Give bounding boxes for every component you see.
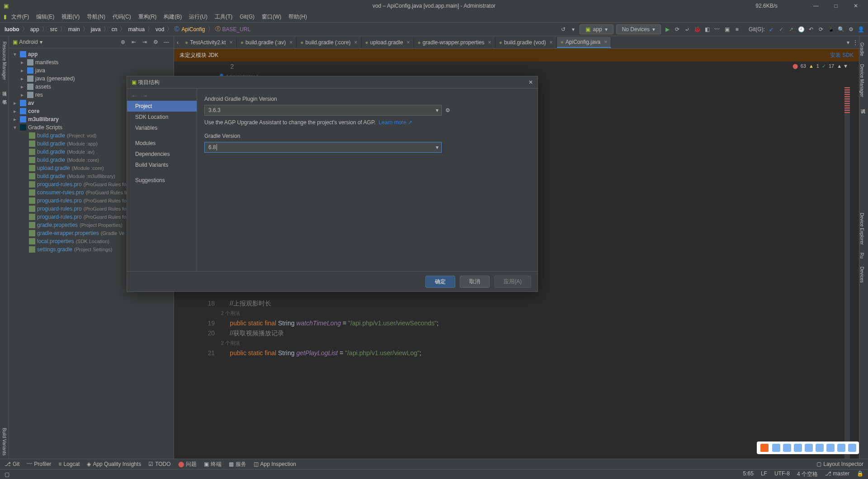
bottom-git[interactable]: ⎇ Git xyxy=(5,461,19,467)
nav-forward-icon[interactable]: → xyxy=(142,93,148,99)
apply-button[interactable]: 应用(A) xyxy=(494,276,531,288)
bottom-inspection[interactable]: ◫ App Inspection xyxy=(254,461,296,467)
nav-build-variants[interactable]: Build Variants xyxy=(127,160,197,170)
status-lineending[interactable]: LF xyxy=(761,470,767,478)
status-encoding[interactable]: UTF-8 xyxy=(774,470,790,478)
close-dialog-button[interactable]: ✕ xyxy=(528,79,533,85)
agp-version-label: Android Gradle Plugin Version xyxy=(204,96,530,102)
learn-more-link[interactable]: Learn more ↗ xyxy=(378,119,412,126)
bottom-profiler[interactable]: 〰 Profiler xyxy=(27,461,51,467)
nav-project[interactable]: Project xyxy=(127,101,197,112)
nav-dependencies[interactable]: Dependencies xyxy=(127,149,197,160)
dialog-nav: ← → Project SDK Location Variables Modul… xyxy=(127,89,197,271)
status-lock-icon[interactable]: 🔒 xyxy=(857,470,863,478)
ime-voice-icon[interactable] xyxy=(794,444,802,452)
ime-keyboard-icon[interactable] xyxy=(805,444,813,452)
nav-suggestions[interactable]: Suggestions xyxy=(127,175,197,186)
ime-skin-icon[interactable] xyxy=(816,444,824,452)
nav-modules[interactable]: Modules xyxy=(127,138,197,149)
status-tip-icon[interactable]: ▢ xyxy=(5,471,9,478)
project-structure-dialog: ▣ 项目结构 ✕ ← → Project SDK Location Variab… xyxy=(127,76,538,292)
ime-tool-icon[interactable] xyxy=(826,444,835,452)
agp-gear-icon[interactable]: ⚙ xyxy=(445,107,450,113)
bottom-problems[interactable]: ⬤ 问题 xyxy=(178,460,197,468)
ime-toolbar[interactable] xyxy=(757,441,859,454)
bottom-quality[interactable]: ◈ App Quality Insights xyxy=(87,461,141,467)
gradle-version-combo[interactable]: 6.8▾ xyxy=(204,142,442,153)
status-position[interactable]: 5:65 xyxy=(743,470,754,478)
agp-version-combo[interactable]: 3.6.3▾ xyxy=(204,105,442,116)
nav-variables[interactable]: Variables xyxy=(127,122,197,133)
status-indent[interactable]: 4 个空格 xyxy=(797,470,818,478)
ok-button[interactable]: 确定 xyxy=(425,276,455,288)
bottom-terminal[interactable]: ▣ 终端 xyxy=(204,460,222,468)
cancel-button[interactable]: 取消 xyxy=(460,276,490,288)
bottom-services[interactable]: ▦ 服务 xyxy=(229,460,246,468)
status-branch[interactable]: ⎇ master xyxy=(825,470,849,478)
nav-back-icon[interactable]: ← xyxy=(132,93,137,99)
bottom-logcat[interactable]: ≡ Logcat xyxy=(58,461,80,467)
bottom-layout-inspector[interactable]: ▢ Layout Inspector xyxy=(816,461,863,467)
bottom-toolbar: ⎇ Git 〰 Profiler ≡ Logcat ◈ App Quality … xyxy=(0,459,868,469)
nav-sdk[interactable]: SDK Location xyxy=(127,112,197,122)
ime-grid-icon[interactable] xyxy=(837,444,845,452)
sogou-logo-icon xyxy=(760,443,769,453)
bottom-todo[interactable]: ☑ TODO xyxy=(148,461,170,467)
agp-help-text: Use the AGP Upgrade Assistant to change … xyxy=(204,119,376,126)
ime-lang-icon[interactable] xyxy=(772,444,780,452)
status-bar: ▢ 5:65 LF UTF-8 4 个空格 ⎇ master 🔒 xyxy=(0,469,868,479)
dialog-overlay: ▣ 项目结构 ✕ ← → Project SDK Location Variab… xyxy=(0,0,868,479)
ime-gear-icon[interactable] xyxy=(848,444,856,452)
ime-punct-icon[interactable] xyxy=(783,444,791,452)
gradle-version-label: Gradle Version xyxy=(204,133,530,139)
dialog-title: 项目结构 xyxy=(138,79,160,86)
